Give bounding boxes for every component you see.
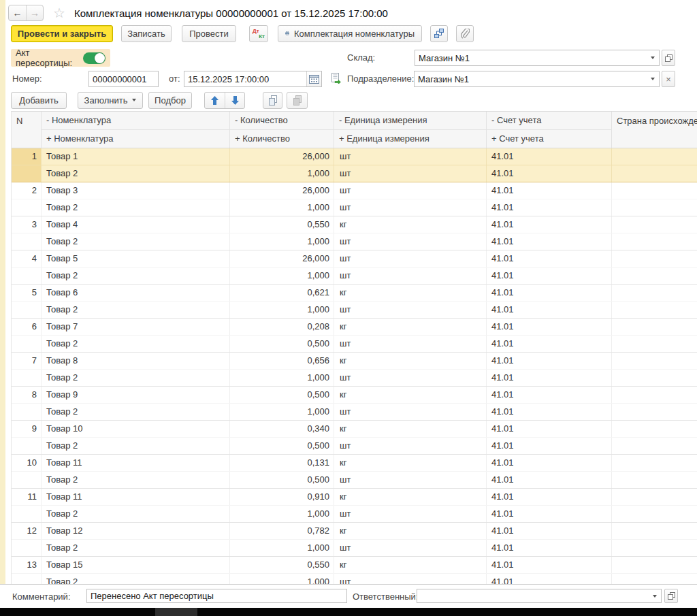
column-header-country[interactable]: Страна происхождения — [612, 112, 697, 148]
cell-account[interactable]: 41.01 — [487, 250, 612, 267]
row-number[interactable] — [12, 472, 42, 488]
cell-country[interactable] — [612, 148, 697, 165]
cell-account[interactable]: 41.01 — [487, 336, 612, 352]
table-sub-row-minus[interactable]: 9Товар 100,340кг41.01 — [12, 421, 697, 438]
cell-quantity[interactable]: 26,000 — [230, 148, 334, 165]
cell-unit[interactable]: шт — [334, 199, 487, 216]
cell-unit[interactable]: шт — [334, 506, 487, 522]
column-header-account-minus[interactable]: - Счет учета — [487, 112, 611, 130]
cell-nomenclature[interactable]: Товар 12 — [42, 523, 230, 539]
paste-rows-button[interactable] — [287, 92, 308, 109]
table-row-group[interactable]: 1Товар 126,000шт41.01Товар 21,000шт41.01 — [12, 148, 697, 182]
cell-quantity[interactable]: 0,550 — [230, 216, 334, 233]
cell-account[interactable]: 41.01 — [487, 574, 612, 584]
cell-nomenclature[interactable]: Товар 10 — [42, 421, 230, 437]
row-number[interactable] — [12, 336, 42, 352]
table-row-group[interactable]: 7Товар 80,656кг41.01Товар 21,000шт41.01 — [12, 353, 697, 387]
cell-nomenclature[interactable]: Товар 5 — [42, 250, 230, 267]
column-header-n[interactable]: N — [12, 112, 42, 148]
row-number[interactable] — [12, 574, 42, 584]
cell-country[interactable] — [612, 302, 697, 318]
responsible-open-button[interactable] — [664, 589, 678, 603]
cell-country[interactable] — [612, 523, 697, 539]
move-row-down-button[interactable] — [225, 93, 244, 108]
cell-nomenclature[interactable]: Товар 2 — [42, 540, 230, 556]
add-row-button[interactable]: Добавить — [11, 92, 67, 109]
row-number[interactable]: 2 — [12, 182, 42, 199]
table-sub-row-minus[interactable]: 6Товар 70,208кг41.01 — [12, 319, 697, 336]
pick-button[interactable]: Подбор — [148, 92, 192, 109]
cell-unit[interactable]: кг — [334, 319, 487, 335]
cell-quantity[interactable]: 1,000 — [230, 540, 334, 556]
cell-country[interactable] — [612, 472, 697, 488]
cell-account[interactable]: 41.01 — [487, 438, 612, 454]
cell-quantity[interactable]: 0,500 — [230, 438, 334, 454]
row-number[interactable] — [12, 370, 42, 386]
table-sub-row-minus[interactable]: 7Товар 80,656кг41.01 — [12, 353, 697, 370]
cell-unit[interactable]: шт — [334, 250, 487, 267]
table-sub-row-plus[interactable]: Товар 21,000шт41.01 — [12, 540, 697, 557]
cell-unit[interactable]: кг — [334, 523, 487, 539]
cell-account[interactable]: 41.01 — [487, 302, 612, 318]
cell-account[interactable]: 41.01 — [487, 268, 612, 284]
table-sub-row-plus[interactable]: Товар 21,000шт41.01 — [12, 268, 697, 285]
table-row-group[interactable]: 9Товар 100,340кг41.01Товар 20,500шт41.01 — [12, 421, 697, 455]
cell-unit[interactable]: кг — [334, 421, 487, 437]
table-sub-row-minus[interactable]: 2Товар 326,000шт41.01 — [12, 182, 697, 199]
cell-nomenclature[interactable]: Товар 2 — [42, 404, 230, 420]
cell-nomenclature[interactable]: Товар 1 — [42, 148, 230, 165]
column-header-account[interactable]: - Счет учета + Счет учета — [487, 112, 612, 148]
column-header-nomenclature-minus[interactable]: - Номенклатура — [42, 112, 229, 130]
cell-country[interactable] — [612, 268, 697, 284]
column-header-unit-minus[interactable]: - Единица измерения — [334, 112, 486, 130]
cell-country[interactable] — [612, 506, 697, 522]
cell-nomenclature[interactable]: Товар 3 — [42, 182, 230, 199]
table-row-group[interactable]: 4Товар 526,000шт41.01Товар 21,000шт41.01 — [12, 250, 697, 285]
cell-unit[interactable]: шт — [334, 540, 487, 556]
table-sub-row-plus[interactable]: Товар 21,000шт41.01 — [12, 199, 697, 216]
cell-country[interactable] — [612, 182, 697, 199]
row-number[interactable] — [12, 438, 42, 454]
cell-quantity[interactable]: 26,000 — [230, 250, 334, 267]
cell-quantity[interactable]: 0,656 — [230, 353, 334, 369]
cell-quantity[interactable]: 1,000 — [230, 268, 334, 284]
cell-country[interactable] — [612, 574, 697, 584]
table-sub-row-minus[interactable]: 1Товар 126,000шт41.01 — [12, 148, 697, 165]
cell-nomenclature[interactable]: Товар 7 — [42, 319, 230, 335]
row-number[interactable]: 5 — [12, 285, 42, 301]
cell-country[interactable] — [612, 353, 697, 369]
cell-unit[interactable]: кг — [334, 387, 487, 403]
cell-quantity[interactable]: 0,208 — [230, 319, 334, 335]
cell-unit[interactable]: шт — [334, 302, 487, 318]
cell-nomenclature[interactable]: Товар 2 — [42, 370, 230, 386]
warehouse-dropdown-button[interactable] — [647, 50, 659, 65]
table-row-group[interactable]: 13Товар 150,550кг41.01Товар 21,000шт41.0… — [12, 557, 697, 584]
row-number[interactable] — [12, 199, 42, 216]
cell-account[interactable]: 41.01 — [487, 370, 612, 386]
table-row-group[interactable]: 5Товар 60,621кг41.01Товар 21,000шт41.01 — [12, 285, 697, 319]
cell-account[interactable]: 41.01 — [487, 353, 612, 369]
cell-quantity[interactable]: 0,550 — [230, 557, 334, 573]
table-sub-row-minus[interactable]: 10Товар 110,131кг41.01 — [12, 455, 697, 472]
cell-unit[interactable]: шт — [334, 336, 487, 352]
cell-nomenclature[interactable]: Товар 2 — [42, 233, 230, 250]
table-sub-row-plus[interactable]: Товар 21,000шт41.01 — [12, 404, 697, 421]
cell-nomenclature[interactable]: Товар 2 — [42, 506, 230, 522]
cell-quantity[interactable]: 0,500 — [230, 472, 334, 488]
cell-account[interactable]: 41.01 — [487, 489, 612, 505]
table-sub-row-plus[interactable]: Товар 20,500шт41.01 — [12, 438, 697, 455]
attachments-button[interactable] — [456, 25, 474, 42]
date-input[interactable]: 15.12.2025 17:00:00 — [184, 71, 322, 87]
cell-country[interactable] — [612, 557, 697, 573]
row-number[interactable] — [12, 302, 42, 318]
related-documents-button[interactable] — [430, 25, 448, 42]
cell-nomenclature[interactable]: Товар 11 — [42, 489, 230, 505]
cell-quantity[interactable]: 1,000 — [230, 233, 334, 250]
cell-quantity[interactable]: 1,000 — [230, 302, 334, 318]
cell-quantity[interactable]: 1,000 — [230, 506, 334, 522]
cell-unit[interactable]: шт — [334, 404, 487, 420]
row-number[interactable] — [12, 506, 42, 522]
copy-rows-button[interactable] — [263, 92, 282, 109]
cell-account[interactable]: 41.01 — [487, 472, 612, 488]
row-number[interactable]: 12 — [12, 523, 42, 539]
